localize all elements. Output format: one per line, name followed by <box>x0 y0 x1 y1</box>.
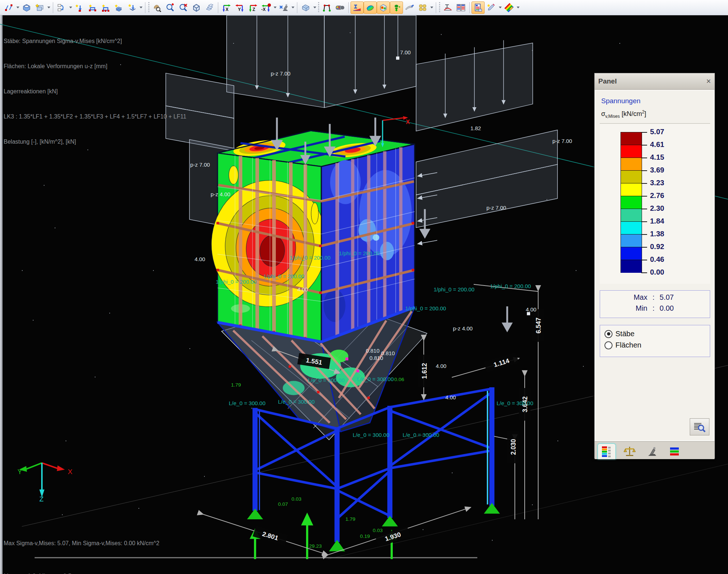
max-label: Max <box>630 293 647 302</box>
result-type-radio-group: Stäbe Flächen <box>600 325 710 357</box>
node-load-icon[interactable] <box>125 1 138 14</box>
show-loads-icon[interactable] <box>320 1 333 14</box>
legend-value: 2.30 <box>650 204 683 213</box>
result-tables-icon[interactable] <box>454 1 467 14</box>
panel-titlebar[interactable]: Panel × <box>595 73 715 90</box>
member-load-icon[interactable] <box>73 1 86 14</box>
axis-x-top-label: X <box>406 119 410 125</box>
legend-swatch <box>621 183 642 196</box>
render-icon[interactable] <box>333 1 347 14</box>
result-panel: Panel × Spannungen σv,Mises [kN/cm2] 5.0… <box>594 73 715 458</box>
printout-report-icon[interactable] <box>471 1 485 14</box>
svg-text:29.23: 29.23 <box>309 543 322 549</box>
isometric-view-icon[interactable] <box>190 1 203 14</box>
node-load-caret[interactable] <box>138 1 143 14</box>
svg-text:1/phi_0 = 200.00: 1/phi_0 = 200.00 <box>490 283 531 289</box>
tab-factors[interactable] <box>621 444 638 459</box>
legend-value: 0.92 <box>650 243 683 251</box>
svg-text:L/e_0 = 300.00: L/e_0 = 300.00 <box>403 432 439 438</box>
legend-value: 5.07 <box>650 128 683 136</box>
clipping-plane-caret[interactable] <box>312 1 317 14</box>
smooth-results-icon[interactable] <box>403 1 416 14</box>
result-panels-icon[interactable] <box>416 1 429 14</box>
legend-swatch <box>621 158 642 171</box>
result-diagram-icon[interactable] <box>441 1 454 14</box>
svg-text:0.810: 0.810 <box>381 351 395 357</box>
convert-load-2-icon[interactable] <box>99 1 112 14</box>
legend-value: 1.38 <box>650 230 683 238</box>
print-graphic-icon[interactable] <box>485 1 498 14</box>
svg-text:L/e_0 = 300.00: L/e_0 = 300.00 <box>353 432 389 438</box>
svg-text:p-z 7.00: p-z 7.00 <box>552 139 572 144</box>
color-scale-legend: 5.07 4.61 4.15 3.69 3.23 2.76 2.30 1.84 … <box>600 124 710 284</box>
legend-swatch <box>621 145 642 158</box>
connect-members-caret[interactable] <box>68 1 73 14</box>
panel-title: Panel <box>598 77 617 85</box>
tab-display[interactable] <box>666 444 684 459</box>
legend-value: 0.46 <box>650 255 683 264</box>
svg-text:Y: Y <box>17 468 22 476</box>
clipping-plane-icon[interactable] <box>299 1 312 14</box>
work-plane-icon[interactable] <box>203 1 216 14</box>
svg-text:p-z 4.00: p-z 4.00 <box>211 192 230 198</box>
tab-color-scale[interactable] <box>598 443 616 459</box>
svg-text:1.79: 1.79 <box>345 516 356 522</box>
move-copy-icon[interactable] <box>2 1 15 14</box>
convert-load-icon[interactable] <box>86 1 99 14</box>
view-y-icon[interactable]: Y <box>233 1 246 14</box>
results-solids-icon[interactable] <box>377 1 390 14</box>
view-minus-x-icon[interactable]: -X <box>259 1 273 14</box>
radio-selected-icon <box>604 330 612 338</box>
result-footer-text: Max Sigma-v,Mises: 5.07, Min Sigma-v,Mis… <box>4 516 159 574</box>
zoom-out-icon[interactable] <box>177 1 190 14</box>
new-model-caret[interactable] <box>46 1 51 14</box>
print-graphic-caret[interactable] <box>498 1 502 14</box>
pan-zoom-icon[interactable] <box>150 1 164 14</box>
svg-text:p-z 7.00: p-z 7.00 <box>486 205 506 211</box>
panel-section-title: Spannungen <box>601 97 641 105</box>
svg-text:p-z 7.00: p-z 7.00 <box>271 71 290 77</box>
radio-staebe[interactable]: Stäbe <box>604 330 710 338</box>
svg-text:Y: Y <box>238 7 241 12</box>
result-panels-caret[interactable] <box>429 1 434 14</box>
new-model-icon[interactable] <box>33 1 46 14</box>
svg-text:1/phi_0 = 200.00: 1/phi_0 = 200.00 <box>405 306 446 311</box>
panel-search-button[interactable] <box>690 418 709 435</box>
support-reactions-icon[interactable] <box>390 1 403 14</box>
copy-block-icon[interactable] <box>20 1 33 14</box>
visibility-caret[interactable] <box>290 1 295 14</box>
legend-swatch <box>621 221 642 234</box>
connect-members-icon[interactable] <box>55 1 68 14</box>
svg-text:L/e_0 = 300.00: L/e_0 = 300.00 <box>497 400 533 406</box>
tab-filter[interactable] <box>643 444 661 459</box>
color-spectrum-caret[interactable] <box>516 1 520 14</box>
legend-value: 0.00 <box>650 268 683 276</box>
legend-value: 4.15 <box>650 153 683 162</box>
result-quantity-label: σv,Mises [kN/cm2] <box>601 109 646 119</box>
svg-text:0.03: 0.03 <box>291 496 302 502</box>
svg-text:p-z 4.00: p-z 4.00 <box>453 326 473 331</box>
svg-text:L/e_0 = 300.00: L/e_0 = 300.00 <box>308 378 344 384</box>
color-spectrum-icon[interactable] <box>502 1 516 14</box>
view-z-icon[interactable]: Z <box>246 1 259 14</box>
radio-flaechen[interactable]: Flächen <box>604 341 710 349</box>
surface-load-icon[interactable] <box>112 1 125 14</box>
svg-text:L/e_0 = 300.00: L/e_0 = 300.00 <box>278 399 314 405</box>
magnifier-lines-icon <box>693 422 706 433</box>
svg-text:0.03: 0.03 <box>373 527 383 533</box>
min-label: Min <box>630 304 647 313</box>
svg-text:1.79: 1.79 <box>231 382 241 388</box>
results-surfaces-icon[interactable] <box>364 1 377 14</box>
move-copy-caret[interactable] <box>15 1 20 14</box>
close-icon[interactable]: × <box>706 78 711 85</box>
zoom-in-icon[interactable] <box>164 1 177 14</box>
svg-text:1.82: 1.82 <box>470 126 481 132</box>
axis-triad: Y X Z <box>17 463 73 503</box>
view-minus-x-caret[interactable] <box>273 1 277 14</box>
view-x-icon[interactable]: X <box>220 1 233 14</box>
svg-text:L/e_0 = 300.00: L/e_0 = 300.00 <box>229 400 265 406</box>
panel-tabbar <box>595 441 715 459</box>
max-min-box: Max:5.07 Min:0.00 <box>600 290 710 318</box>
visibility-icon[interactable] <box>277 1 290 14</box>
results-members-icon[interactable] <box>351 1 364 14</box>
